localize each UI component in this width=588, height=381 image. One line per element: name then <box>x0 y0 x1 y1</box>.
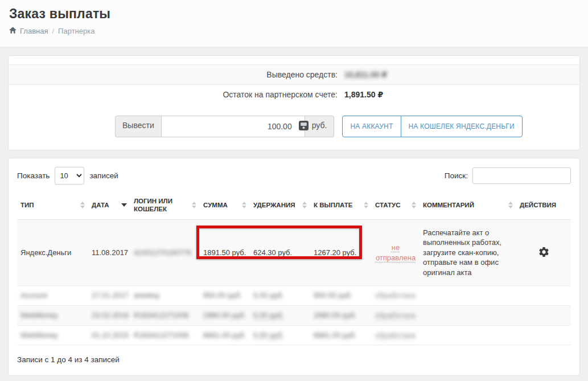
cell-deduction: 5.00 руб. <box>250 286 310 306</box>
cell-amount: 6881.00 руб. <box>200 325 250 345</box>
table-row: Account 27.01.2017 antokey 950.00 руб. 5… <box>17 286 571 306</box>
column-header-deduction[interactable]: УДЕРЖАНИЯ <box>250 191 310 219</box>
amount-input-wrap <box>161 116 305 137</box>
row-actions-button[interactable] <box>537 245 551 261</box>
cell-type: Яндекс.Деньги <box>17 219 88 286</box>
cell-deduction: 624.30 руб. <box>250 219 310 286</box>
cell-type: Account <box>17 286 88 306</box>
cell-payout: 950.00 руб. <box>310 286 372 306</box>
cell-status: обработана <box>372 286 420 306</box>
home-icon <box>9 27 17 35</box>
breadcrumb-home-label: Главная <box>20 27 48 35</box>
breadcrumb-current: Партнерка <box>58 27 94 35</box>
status-badge: обработана <box>375 291 416 300</box>
column-header-login[interactable]: ЛОГИН ИЛИ КОШЕЛЕК <box>130 191 200 219</box>
sort-icon <box>508 202 513 208</box>
cell-status: обработана <box>372 325 420 345</box>
cell-date: 01.10.2015 <box>88 325 130 345</box>
cell-actions <box>516 286 571 306</box>
page-size-select[interactable]: 10 <box>55 167 84 185</box>
sort-desc-icon <box>121 203 127 207</box>
column-header-type[interactable]: ТИП <box>17 191 88 219</box>
sort-icon <box>242 202 246 208</box>
balance-label: Остаток на партнерском счете: <box>9 85 344 104</box>
cell-date: 23.02.2016 <box>88 306 130 326</box>
currency-addon: руб. <box>305 116 335 137</box>
list-controls: Показать 10 записей Поиск: <box>17 167 571 185</box>
breadcrumb-link-home[interactable]: Главная <box>9 27 48 35</box>
withdrawn-row: Выведено средств: 10,811.00 ₽ <box>9 64 579 85</box>
search-group: Поиск: <box>445 167 571 184</box>
records-label: записей <box>89 171 118 180</box>
withdraw-input-group: Вывести руб. <box>115 116 334 137</box>
cell-login: 41001270190776 <box>130 219 200 286</box>
withdraw-form: Вывести руб. НА АККАУНТ НА КОШЕЛЕК ЯНДЕК… <box>115 116 579 137</box>
table-row: WebMoney 23.02.2016 R163412271008 2980.0… <box>17 306 571 326</box>
balance-value: 1,891.50 ₽ <box>344 85 383 104</box>
cell-login: R163412271008 <box>130 325 200 345</box>
status-badge: обработана <box>375 311 416 319</box>
cell-comment <box>420 286 516 306</box>
cell-login: R163412271008 <box>130 306 200 326</box>
sort-icon <box>192 202 196 208</box>
column-header-date[interactable]: ДАТА <box>88 191 130 219</box>
cell-amount: 2980.00 руб. <box>200 306 250 326</box>
cell-deduction: 5.00 руб. <box>250 325 310 345</box>
sort-icon <box>412 202 416 208</box>
search-label: Поиск: <box>445 171 468 180</box>
column-header-amount[interactable]: СУММА <box>200 191 250 219</box>
cell-payout: 6881.00 руб. <box>310 325 372 345</box>
cell-type: WebMoney <box>17 325 88 345</box>
cell-deduction: 5.00 руб. <box>250 306 310 326</box>
cell-amount: 950.00 руб. <box>200 286 250 306</box>
status-badge[interactable]: не отправлена <box>375 243 416 263</box>
cell-login: antokey <box>130 286 200 306</box>
gear-icon <box>538 251 550 260</box>
withdraw-label-addon: Вывести <box>115 116 161 137</box>
table-row: WebMoney 01.10.2015 R163412271008 6881.0… <box>17 325 571 345</box>
cell-status: обработана <box>372 306 420 326</box>
summary-panel: Выведено средств: 10,811.00 ₽ Остаток на… <box>8 55 580 150</box>
cell-comment: Распечатайте акт о выполненных работах, … <box>420 219 516 286</box>
status-badge: обработана <box>375 331 416 339</box>
cell-amount: 1891.50 руб. <box>200 219 250 286</box>
column-header-status[interactable]: СТАТУС <box>372 191 420 219</box>
page-size-group: Показать 10 записей <box>17 167 118 185</box>
column-header-comment[interactable]: КОММЕНТАРИЙ <box>420 191 516 219</box>
column-header-actions: ДЕЙСТВИЯ <box>516 191 571 219</box>
column-header-payout[interactable]: К ВЫПЛАТЕ <box>310 191 372 219</box>
cell-payout: 2980.00 руб. <box>310 306 372 326</box>
extension-icon[interactable] <box>299 121 309 133</box>
withdrawn-label: Выведено средств: <box>9 65 344 84</box>
page-title: Заказ выплаты <box>9 6 579 22</box>
payouts-table: ТИП ДАТА ЛОГИН ИЛИ КОШЕЛЕК СУММА УДЕРЖАН… <box>17 191 571 345</box>
cell-status: не отправлена <box>372 219 420 286</box>
cell-date: 27.01.2017 <box>88 286 130 306</box>
cell-date: 11.08.2017 <box>88 219 130 286</box>
table-row: Яндекс.Деньги 11.08.2017 41001270190776 … <box>17 219 571 286</box>
sort-icon <box>364 202 368 208</box>
records-panel: Показать 10 записей Поиск: ТИП ДАТА <box>8 158 580 376</box>
breadcrumb-separator: / <box>52 27 54 35</box>
sort-icon <box>302 202 307 208</box>
amount-input[interactable] <box>161 116 305 137</box>
withdraw-buttons: НА АККАУНТ НА КОШЕЛЕК ЯНДЕКС.ДЕНЬГИ <box>342 116 522 137</box>
cell-comment <box>420 325 516 345</box>
to-account-button[interactable]: НА АККАУНТ <box>342 116 401 137</box>
search-input[interactable] <box>472 167 571 184</box>
balance-row: Остаток на партнерском счете: 1,891.50 ₽ <box>9 85 579 104</box>
table-info: Записи с 1 до 4 из 4 записей <box>17 355 571 364</box>
withdrawn-value: 10,811.00 ₽ <box>344 65 387 84</box>
to-yandex-wallet-button[interactable]: НА КОШЕЛЕК ЯНДЕКС.ДЕНЬГИ <box>401 116 523 137</box>
cell-actions <box>516 325 571 345</box>
content-area: Выведено средств: 10,811.00 ₽ Остаток на… <box>0 47 588 381</box>
cell-actions <box>516 219 571 286</box>
cell-comment <box>420 306 516 326</box>
page-header: Заказ выплаты Главная / Партнерка <box>0 0 588 47</box>
table-header-row: ТИП ДАТА ЛОГИН ИЛИ КОШЕЛЕК СУММА УДЕРЖАН… <box>17 191 571 219</box>
cell-actions <box>516 306 571 326</box>
cell-type: WebMoney <box>17 306 88 326</box>
sort-icon <box>80 202 85 208</box>
breadcrumb: Главная / Партнерка <box>9 27 579 35</box>
cell-payout: 1267.20 руб. <box>310 219 372 286</box>
